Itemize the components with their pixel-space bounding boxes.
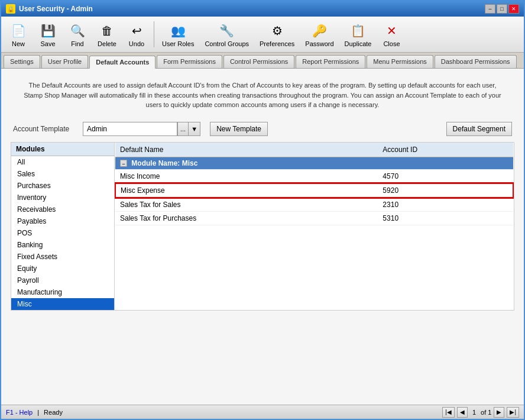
save-button[interactable]: 💾 Save — [34, 19, 61, 50]
module-item-fixed-assets[interactable]: Fixed Assets — [11, 251, 114, 263]
preferences-icon: ⚙ — [268, 21, 287, 40]
table-row[interactable]: Sales Tax for Sales 2310 — [115, 198, 513, 212]
main-window: 🔒 User Security - Admin – □ ✕ 📄 New 💾 Sa… — [0, 0, 525, 420]
control-groups-button[interactable]: 🔧 Control Groups — [200, 19, 253, 50]
user-roles-button[interactable]: 👥 User Roles — [158, 19, 198, 50]
close-toolbar-icon: ✕ — [382, 21, 401, 40]
find-icon: 🔍 — [68, 21, 87, 40]
nav-next-button[interactable]: ▶ — [494, 407, 504, 418]
status-nav: |◀ ◀ 1 of 1 ▶ ▶| — [442, 407, 519, 418]
tab-dashboard-permissions[interactable]: Dashboard Permissions — [435, 55, 517, 68]
tab-user-profile[interactable]: User Profile — [41, 55, 88, 68]
nav-last-button[interactable]: ▶| — [507, 407, 519, 418]
minimize-button[interactable]: – — [485, 4, 495, 14]
tab-form-permissions[interactable]: Form Permissions — [157, 55, 222, 68]
window-title: User Security - Admin — [19, 5, 93, 13]
app-icon: 🔒 — [6, 4, 15, 14]
page-number: 1 — [472, 409, 476, 416]
template-dropdown-button[interactable]: ▼ — [189, 122, 200, 136]
data-table-panel: Default Name Account ID – Module Name: M… — [115, 143, 514, 310]
row-sales-tax-purchases-account: 5310 — [378, 211, 513, 225]
tab-report-permissions[interactable]: Report Permissions — [296, 55, 365, 68]
toolbar: 📄 New 💾 Save 🔍 Find 🗑 Delete ↩ Undo 👥 Us… — [1, 17, 524, 53]
row-sales-tax-sales-account: 2310 — [378, 198, 513, 212]
modules-panel: Modules All Sales Purchases Inventory Re… — [11, 143, 115, 310]
module-item-inventory[interactable]: Inventory — [11, 192, 114, 203]
status-separator: | — [37, 409, 39, 416]
duplicate-button[interactable]: 📋 Duplicate — [341, 19, 376, 50]
module-item-manufacturing[interactable]: Manufacturing — [11, 286, 114, 298]
module-item-payables[interactable]: Payables — [11, 215, 114, 227]
title-bar: 🔒 User Security - Admin – □ ✕ — [1, 1, 524, 17]
module-item-misc[interactable]: Misc — [11, 298, 114, 310]
new-label: New — [12, 40, 25, 47]
table-row[interactable]: Sales Tax for Purchases 5310 — [115, 211, 513, 225]
account-template-label: Account Template — [13, 125, 78, 133]
find-button[interactable]: 🔍 Find — [64, 19, 91, 50]
account-template-input[interactable] — [83, 122, 177, 136]
preferences-button[interactable]: ⚙ Preferences — [255, 19, 299, 50]
new-template-button[interactable]: New Template — [210, 122, 268, 136]
tab-menu-permissions[interactable]: Menu Permissions — [367, 55, 433, 68]
find-label: Find — [71, 40, 83, 47]
save-icon: 💾 — [38, 21, 57, 40]
row-misc-expense-account: 5920 — [378, 183, 513, 198]
nav-prev-button[interactable]: ◀ — [457, 407, 468, 418]
tabs-bar: Settings User Profile Default Accounts F… — [1, 53, 524, 69]
new-icon: 📄 — [9, 21, 28, 40]
control-groups-label: Control Groups — [205, 40, 249, 47]
group-row-label: – Module Name: Misc — [115, 157, 513, 169]
maximize-button[interactable]: □ — [497, 4, 507, 14]
password-label: Password — [305, 40, 333, 47]
default-segment-button[interactable]: Default Segment — [446, 122, 512, 136]
modules-header: Modules — [11, 143, 114, 156]
row-misc-income-name: Misc Income — [115, 169, 378, 183]
undo-button[interactable]: ↩ Undo — [123, 19, 150, 50]
user-roles-label: User Roles — [162, 40, 194, 47]
delete-label: Delete — [98, 40, 116, 47]
undo-icon: ↩ — [127, 21, 146, 40]
module-item-sales[interactable]: Sales — [11, 168, 114, 180]
user-roles-icon: 👥 — [168, 21, 187, 40]
module-item-all[interactable]: All — [11, 156, 114, 168]
table-row[interactable]: Misc Expense 5920 — [115, 183, 513, 198]
module-item-equity[interactable]: Equity — [11, 263, 114, 274]
tab-settings[interactable]: Settings — [4, 55, 40, 68]
delete-button[interactable]: 🗑 Delete — [93, 19, 121, 50]
undo-label: Undo — [129, 40, 144, 47]
separator-1 — [154, 21, 154, 47]
tab-control-permissions[interactable]: Control Permissions — [223, 55, 294, 68]
group-name: Module Name: Misc — [131, 159, 197, 167]
control-groups-icon: 🔧 — [218, 21, 236, 40]
col-header-account-id: Account ID — [378, 143, 513, 157]
duplicate-icon: 📋 — [349, 21, 368, 40]
nav-first-button[interactable]: |◀ — [442, 407, 455, 418]
save-label: Save — [40, 40, 55, 47]
page-of: of 1 — [481, 409, 491, 416]
delete-icon: 🗑 — [98, 21, 116, 40]
close-toolbar-button[interactable]: ✕ Close — [378, 19, 405, 50]
module-item-receivables[interactable]: Receivables — [11, 203, 114, 215]
data-table: Default Name Account ID – Module Name: M… — [115, 143, 514, 225]
row-misc-income-account: 4570 — [378, 169, 513, 183]
module-item-purchases[interactable]: Purchases — [11, 180, 114, 192]
expand-icon[interactable]: – — [120, 160, 127, 167]
description-text: The Default Accounts are used to assign … — [11, 76, 514, 115]
status-ready: Ready — [44, 409, 63, 416]
template-input-group: ... ▼ — [83, 122, 200, 136]
new-button[interactable]: 📄 New — [5, 19, 32, 50]
table-row[interactable]: Misc Income 4570 — [115, 169, 513, 183]
password-icon: 🔑 — [310, 21, 329, 40]
help-link[interactable]: F1 - Help — [6, 409, 33, 416]
module-item-payroll[interactable]: Payroll — [11, 274, 114, 286]
module-item-banking[interactable]: Banking — [11, 239, 114, 251]
template-browse-button[interactable]: ... — [177, 122, 189, 136]
col-header-default-name: Default Name — [115, 143, 378, 157]
row-misc-expense-name: Misc Expense — [115, 183, 378, 198]
module-item-pos[interactable]: POS — [11, 227, 114, 239]
window-close-button[interactable]: ✕ — [508, 4, 519, 14]
password-button[interactable]: 🔑 Password — [301, 19, 338, 50]
preferences-label: Preferences — [260, 40, 294, 47]
duplicate-label: Duplicate — [345, 40, 372, 47]
tab-default-accounts[interactable]: Default Accounts — [89, 56, 155, 69]
